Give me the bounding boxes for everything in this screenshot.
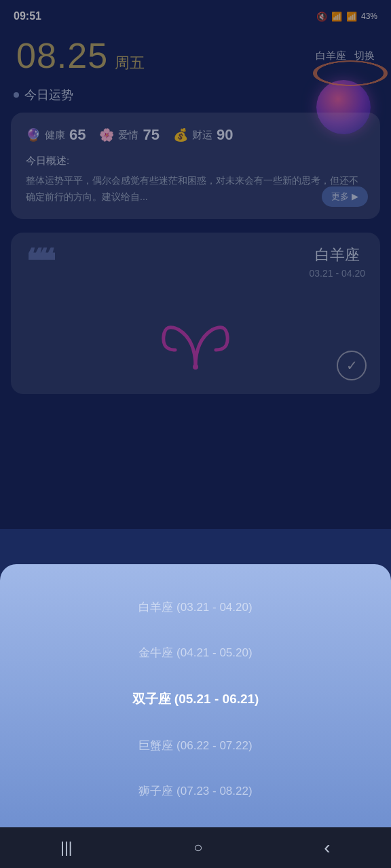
picker-item-gemini[interactable]: 双子座 (05.21 - 06.21) xyxy=(0,675,391,723)
fortune-desc-title: 今日概述: xyxy=(26,155,365,167)
love-icon: 🌸 xyxy=(99,127,114,142)
bottom-nav: ||| ○ ‹ xyxy=(0,827,391,868)
wealth-label: 财运 xyxy=(192,129,212,142)
fortune-scores: 🔮 健康 65 🌸 爱情 75 💰 财运 90 xyxy=(26,126,365,144)
menu-button[interactable]: ||| xyxy=(40,832,92,863)
more-button[interactable]: 更多 ▶ xyxy=(322,186,368,207)
svg-point-0 xyxy=(193,364,198,370)
picker-item-cancer[interactable]: 巨蟹座 (06.22 - 07.22) xyxy=(0,723,391,768)
mute-icon: 🔇 xyxy=(316,12,327,22)
section-dot xyxy=(14,92,19,98)
picker-item-leo[interactable]: 狮子座 (07.23 - 08.22) xyxy=(0,768,391,814)
header-date: 08.25 周五 xyxy=(16,35,145,76)
health-label: 健康 xyxy=(45,129,65,142)
quote-icon: ❝❝ xyxy=(26,245,50,278)
health-value: 65 xyxy=(69,126,86,144)
love-score: 🌸 爱情 75 xyxy=(99,126,159,144)
home-button[interactable]: ○ xyxy=(173,832,223,863)
picker-item-taurus[interactable]: 金牛座 (04.21 - 05.20) xyxy=(0,630,391,675)
picker-list: 白羊座 (03.21 - 04.20) 金牛座 (04.21 - 05.20) … xyxy=(0,585,391,814)
date-day: 周五 xyxy=(115,53,145,73)
section-title-text: 今日运势 xyxy=(24,87,73,103)
date-number: 08.25 xyxy=(16,35,108,76)
back-button[interactable]: ‹ xyxy=(303,830,350,865)
fortune-desc-text: 整体运势平平，偶尔会感觉有些迷茫和困惑，对未来会有一些新的思考，但还不确定前行的… xyxy=(26,173,365,205)
picker-item-aries[interactable]: 白羊座 (03.21 - 04.20) xyxy=(0,585,391,630)
zodiac-card-header: ❝❝ 白羊座 03.21 - 04.20 xyxy=(26,245,365,279)
zodiac-symbol-container xyxy=(26,285,365,380)
health-icon: 🔮 xyxy=(26,127,41,142)
fortune-card: 🔮 健康 65 🌸 爱情 75 💰 财运 90 今日概述: 整体运势平平，偶尔会… xyxy=(11,113,380,219)
wealth-value: 90 xyxy=(217,126,233,144)
main-content: 今日运势 🔮 健康 65 🌸 爱情 75 💰 财运 90 今日概述: 整体运势平… xyxy=(0,87,391,394)
zodiac-date-range: 03.21 - 04.20 xyxy=(309,268,365,279)
zodiac-picker-sheet[interactable]: 白羊座 (03.21 - 04.20) 金牛座 (04.21 - 05.20) … xyxy=(0,564,391,827)
wealth-score: 💰 财运 90 xyxy=(173,126,233,144)
love-label: 爱情 xyxy=(118,129,138,142)
check-icon: ✓ xyxy=(346,357,358,374)
check-circle-button[interactable]: ✓ xyxy=(337,351,367,380)
planet-decoration xyxy=(316,39,384,107)
planet-ring xyxy=(313,60,388,86)
love-value: 75 xyxy=(143,126,159,144)
health-score: 🔮 健康 65 xyxy=(26,126,86,144)
status-icons: 🔇 📶 📶 43% xyxy=(316,12,377,22)
battery-text: 43% xyxy=(361,12,377,21)
wifi-icon: 📶 xyxy=(331,12,342,22)
wealth-icon: 💰 xyxy=(173,127,188,142)
zodiac-card: ❝❝ 白羊座 03.21 - 04.20 ✓ xyxy=(11,233,380,394)
zodiac-name: 白羊座 xyxy=(315,245,360,265)
more-label: 更多 xyxy=(331,191,349,203)
signal-icon: 📶 xyxy=(346,12,357,22)
status-time: 09:51 xyxy=(14,10,41,22)
status-bar: 09:51 🔇 📶 📶 43% xyxy=(0,0,391,30)
aries-symbol xyxy=(151,299,240,374)
more-arrow-icon: ▶ xyxy=(352,191,358,201)
